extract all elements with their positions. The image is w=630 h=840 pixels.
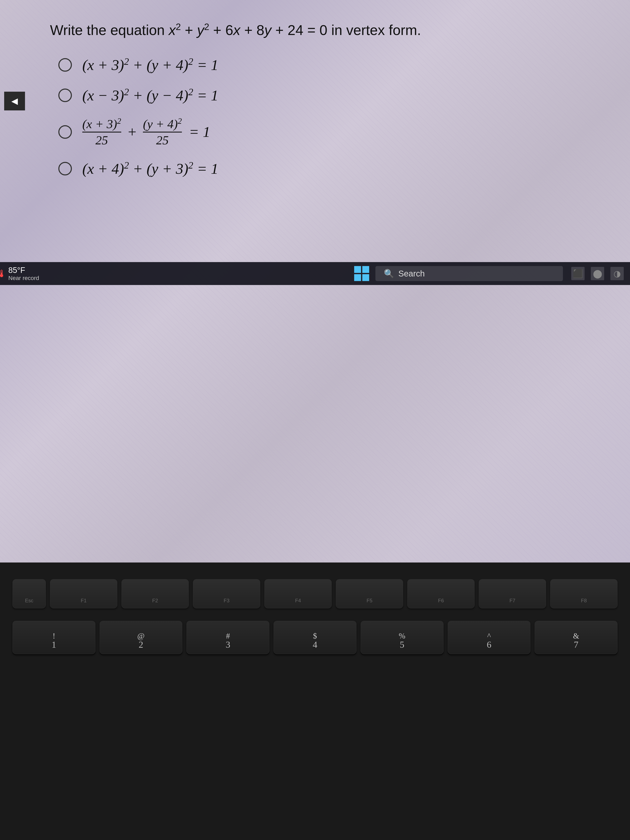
key-1[interactable]: ! 1 [13,621,95,654]
option-d[interactable]: (x + 4)2 + (y + 3)2 = 1 [58,159,601,177]
taskbar-icon-partial[interactable] [610,267,624,280]
key-f1[interactable]: F1 [50,579,117,608]
keyboard-row-numbers: ! 1 @ 2 # 3 $ 4 % 5 ^ 6 & 7 [0,621,630,654]
key-4[interactable]: $ 4 [273,621,357,654]
taskbar-icon-camera[interactable] [591,267,604,280]
option-d-text: (x + 4)2 + (y + 3)2 = 1 [82,159,218,177]
option-c[interactable]: (x + 3)2 25 + (y + 4)2 25 = 1 [58,117,601,147]
weather-icon [0,268,7,279]
answer-options: (x + 3)2 + (y + 4)2 = 1 (x − 3)2 + (y − … [58,56,601,177]
keyboard-row-fn: Esc F1 F2 F3 F4 F5 F6 F7 F8 [0,579,630,608]
key-6[interactable]: ^ 6 [448,621,531,654]
windows-start-button[interactable] [354,266,369,281]
question-title: Write the equation x2 + y2 + 6x + 8y + 2… [50,21,601,39]
key-f4[interactable]: F4 [264,579,332,608]
key-2[interactable]: @ 2 [99,621,183,654]
weather-desc: Near record [8,275,39,281]
question-content: Write the equation x2 + y2 + 6x + 8y + 2… [33,8,617,190]
keyboard: Esc F1 F2 F3 F4 F5 F6 F7 F8 ! 1 [0,562,630,840]
radio-c[interactable] [58,125,72,139]
key-f2[interactable]: F2 [122,579,189,608]
key-3[interactable]: # 3 [186,621,269,654]
option-a[interactable]: (x + 3)2 + (y + 4)2 = 1 [58,56,601,74]
option-b[interactable]: (x − 3)2 + (y − 4)2 = 1 [58,86,601,104]
weather-temp: 85°F [8,266,39,275]
key-7[interactable]: & 7 [535,621,617,654]
key-f6[interactable]: F6 [407,579,475,608]
key-f8[interactable]: F8 [550,579,617,608]
screen: Write the equation x2 + y2 + 6x + 8y + 2… [0,0,630,562]
taskbar: 85°F Near record 🔍 Search [0,262,630,285]
taskbar-search[interactable]: 🔍 Search [376,266,563,281]
option-b-text: (x − 3)2 + (y − 4)2 = 1 [82,86,218,104]
back-button[interactable] [4,92,25,111]
radio-d[interactable] [58,162,72,175]
key-f3[interactable]: F3 [193,579,260,608]
taskbar-icons [571,267,624,280]
radio-b[interactable] [58,88,72,102]
radio-a[interactable] [58,58,72,72]
key-f7[interactable]: F7 [479,579,546,608]
option-a-text: (x + 3)2 + (y + 4)2 = 1 [82,56,218,74]
option-c-text: (x + 3)2 25 + (y + 4)2 25 = 1 [82,117,210,147]
search-icon: 🔍 [384,269,394,278]
key-esc[interactable]: Esc [13,579,46,608]
key-f5[interactable]: F5 [336,579,403,608]
taskbar-icon-windows[interactable] [571,267,584,280]
key-5[interactable]: % 5 [361,621,444,654]
search-label: Search [398,269,425,278]
weather-widget: 85°F Near record [6,266,39,281]
